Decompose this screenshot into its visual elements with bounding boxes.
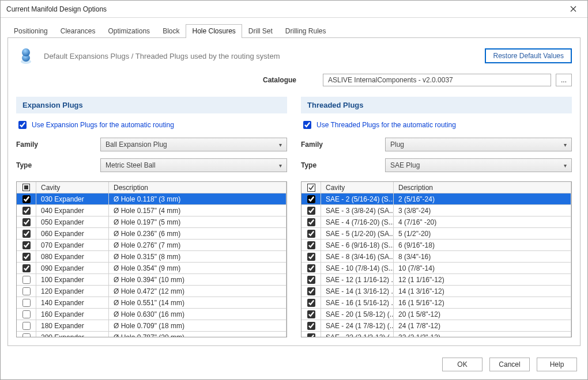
table-row[interactable]: SAE - 3 (3/8-24) (SA...3 (3/8"-24)	[301, 205, 571, 216]
row-checkbox[interactable]	[22, 276, 31, 284]
row-checkbox[interactable]	[22, 195, 31, 203]
row-checkbox-cell[interactable]	[301, 263, 321, 274]
row-checkbox[interactable]	[307, 230, 315, 238]
use-threaded-checkbox[interactable]	[303, 121, 311, 129]
table-row[interactable]: SAE - 14 (1 3/16-12) ...14 (1 3/16"-12)	[301, 286, 571, 297]
row-checkbox[interactable]	[307, 299, 315, 307]
row-checkbox-cell[interactable]	[17, 228, 36, 240]
row-checkbox-cell[interactable]	[301, 309, 321, 320]
row-checkbox-cell[interactable]	[301, 205, 321, 216]
threaded-col-cavity[interactable]: Cavity	[321, 182, 394, 193]
tab-optimizations[interactable]: Optimizations	[101, 24, 156, 38]
row-checkbox[interactable]	[307, 287, 315, 295]
threaded-table-body[interactable]: SAE - 2 (5/16-24) (S...2 (5/16"-24)SAE -…	[301, 193, 571, 337]
table-row[interactable]: 060 ExpanderØ Hole 0.236" (6 mm)	[17, 228, 287, 240]
use-threaded-checkbox-row[interactable]: Use Threaded Plugs for the automatic rou…	[301, 119, 572, 131]
table-row[interactable]: SAE - 12 (1 1/16-12) ...12 (1 1/16"-12)	[301, 274, 571, 286]
row-checkbox-cell[interactable]	[17, 320, 36, 332]
table-row[interactable]: 140 ExpanderØ Hole 0.551" (14 mm)	[17, 297, 287, 309]
row-checkbox-cell[interactable]	[17, 251, 36, 263]
tab-clearances[interactable]: Clearances	[54, 24, 102, 38]
row-checkbox-cell[interactable]	[17, 274, 36, 286]
table-row[interactable]: SAE - 4 (7/16-20) (S...4 (7/16" -20)	[301, 216, 571, 228]
row-checkbox[interactable]	[22, 333, 31, 337]
row-checkbox[interactable]	[307, 241, 315, 249]
row-checkbox-cell[interactable]	[17, 216, 36, 228]
table-row[interactable]: SAE - 10 (7/8-14) (S...10 (7/8"-14)	[301, 263, 571, 274]
threaded-col-description[interactable]: Description	[394, 182, 571, 193]
row-checkbox[interactable]	[22, 207, 31, 215]
table-row[interactable]: 040 ExpanderØ Hole 0.157" (4 mm)	[17, 205, 287, 216]
tab-drilling-rules[interactable]: Drilling Rules	[279, 24, 333, 38]
row-checkbox[interactable]	[307, 322, 315, 330]
row-checkbox[interactable]	[22, 264, 31, 272]
row-checkbox[interactable]	[22, 310, 31, 318]
threaded-master-checkbox[interactable]	[301, 182, 321, 193]
expansion-family-select[interactable]: Ball Expansion Plug ▾	[100, 138, 287, 151]
use-expansion-checkbox[interactable]	[18, 121, 27, 129]
ok-button[interactable]: OK	[442, 358, 483, 371]
catalogue-browse-button[interactable]: ...	[556, 74, 572, 86]
row-checkbox-cell[interactable]	[301, 240, 321, 251]
row-checkbox-cell[interactable]	[17, 263, 36, 274]
row-checkbox[interactable]	[307, 333, 315, 337]
row-checkbox-cell[interactable]	[301, 332, 321, 337]
tab-hole-closures[interactable]: Hole Closures	[186, 24, 242, 38]
expansion-master-checkbox[interactable]	[17, 182, 36, 193]
use-expansion-checkbox-row[interactable]: Use Expansion Plugs for the automatic ro…	[16, 119, 287, 131]
row-checkbox-cell[interactable]	[301, 286, 321, 297]
table-row[interactable]: SAE - 16 (1 5/16-12) ...16 (1 5/16"-12)	[301, 297, 571, 309]
catalogue-field[interactable]: ASLIVE InternalComponents - v2.0.0037	[323, 74, 551, 86]
table-row[interactable]: 120 ExpanderØ Hole 0.472" (12 mm)	[17, 286, 287, 297]
table-row[interactable]: SAE - 2 (5/16-24) (S...2 (5/16"-24)	[301, 193, 571, 205]
threaded-family-select[interactable]: Plug ▾	[385, 138, 572, 151]
row-checkbox-cell[interactable]	[301, 274, 321, 286]
table-row[interactable]: 100 ExpanderØ Hole 0.394" (10 mm)	[17, 274, 287, 286]
help-button[interactable]: Help	[537, 358, 577, 371]
expansion-table-body[interactable]: 030 ExpanderØ Hole 0.118" (3 mm)040 Expa…	[17, 193, 287, 337]
row-checkbox-cell[interactable]	[301, 193, 321, 205]
expansion-col-description[interactable]: Description	[109, 182, 287, 193]
table-row[interactable]: 200 ExpanderØ Hole 0.787" (20 mm)	[17, 332, 287, 337]
row-checkbox-cell[interactable]	[17, 205, 36, 216]
row-checkbox[interactable]	[307, 207, 315, 215]
tab-block[interactable]: Block	[156, 24, 186, 38]
row-checkbox[interactable]	[22, 230, 31, 238]
row-checkbox-cell[interactable]	[301, 216, 321, 228]
row-checkbox-cell[interactable]	[17, 240, 36, 251]
expansion-col-cavity[interactable]: Cavity	[36, 182, 109, 193]
row-checkbox-cell[interactable]	[301, 228, 321, 240]
row-checkbox[interactable]	[307, 195, 315, 203]
table-row[interactable]: 050 ExpanderØ Hole 0.197" (5 mm)	[17, 216, 287, 228]
table-row[interactable]: 070 ExpanderØ Hole 0.276" (7 mm)	[17, 240, 287, 251]
table-row[interactable]: SAE - 32 (2 1/2-12) (...32 (2 1/2"-12)	[301, 332, 571, 337]
cancel-button[interactable]: Cancel	[489, 358, 530, 371]
table-row[interactable]: 090 ExpanderØ Hole 0.354" (9 mm)	[17, 263, 287, 274]
tab-positioning[interactable]: Positioning	[7, 24, 54, 38]
row-checkbox-cell[interactable]	[301, 320, 321, 332]
row-checkbox[interactable]	[22, 287, 31, 295]
row-checkbox-cell[interactable]	[301, 251, 321, 263]
table-row[interactable]: SAE - 20 (1 5/8-12) (...20 (1 5/8"-12)	[301, 309, 571, 320]
row-checkbox[interactable]	[307, 310, 315, 318]
table-row[interactable]: 030 ExpanderØ Hole 0.118" (3 mm)	[17, 193, 287, 205]
row-checkbox-cell[interactable]	[17, 332, 36, 337]
row-checkbox-cell[interactable]	[17, 297, 36, 309]
tab-drill-set[interactable]: Drill Set	[242, 24, 279, 38]
row-checkbox[interactable]	[22, 241, 31, 249]
expansion-type-select[interactable]: Metric Steel Ball ▾	[100, 158, 287, 172]
row-checkbox-cell[interactable]	[17, 309, 36, 320]
row-checkbox[interactable]	[307, 218, 315, 226]
row-checkbox[interactable]	[307, 276, 315, 284]
row-checkbox-cell[interactable]	[17, 193, 36, 205]
row-checkbox[interactable]	[22, 299, 31, 307]
table-row[interactable]: SAE - 24 (1 7/8-12) (...24 (1 7/8"-12)	[301, 320, 571, 332]
row-checkbox[interactable]	[22, 253, 31, 261]
restore-defaults-button[interactable]: Restore Default Values	[485, 48, 572, 63]
table-row[interactable]: SAE - 8 (3/4-16) (SA...8 (3/4"-16)	[301, 251, 571, 263]
table-row[interactable]: 160 ExpanderØ Hole 0.630" (16 mm)	[17, 309, 287, 320]
row-checkbox[interactable]	[22, 218, 31, 226]
close-button[interactable]	[563, 3, 583, 16]
row-checkbox[interactable]	[307, 264, 315, 272]
table-row[interactable]: 080 ExpanderØ Hole 0.315" (8 mm)	[17, 251, 287, 263]
